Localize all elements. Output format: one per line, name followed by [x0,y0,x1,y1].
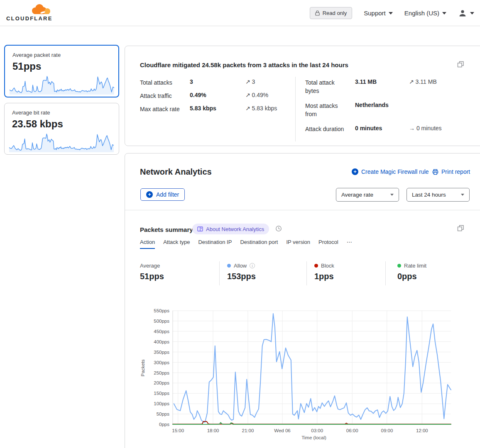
stat-label: Max attack rate [140,105,180,113]
legend-item-average: Average [140,263,160,269]
read-only-label: Read only [323,10,347,16]
cloudflare-dashboard: CLOUDFLARE Read only Support English (US… [0,0,480,448]
svg-text:400pps: 400pps [154,339,169,344]
stat-trend: ↗ 3.11 MB [409,78,437,85]
legend-label: Average [140,263,160,269]
divider [219,261,220,285]
chevron-down-icon [390,194,394,196]
chevron-down-icon [442,12,446,15]
cloudflare-logo-text: CLOUDFLARE [6,15,53,22]
metric-type-select[interactable]: Average rate [336,188,399,202]
printer-icon [432,169,438,175]
about-badge-label: About Network Analytics [206,226,264,232]
svg-text:500pps: 500pps [154,319,169,324]
legend-label: Allow [234,263,247,269]
legend-label: Rate limit [404,263,426,269]
tab-ip-version[interactable]: IP version [286,239,310,249]
copy-icon[interactable] [457,225,464,232]
clock-icon[interactable] [275,225,282,232]
block-dot [314,264,318,268]
svg-text:Packets: Packets [140,359,145,376]
stat-value: 3.11 MB [355,78,377,85]
legend-label: Block [321,263,334,269]
svg-text:0pps: 0pps [159,422,169,427]
plus-icon: + [352,168,358,175]
metric-card-label: Average bit rate [12,110,50,116]
legend-item-allow: Allow i [227,263,255,269]
tab-attack-type[interactable]: Attack type [163,239,190,249]
copy-icon[interactable] [457,61,464,68]
stat-trend: ↗ 3 [245,78,255,85]
legend-value-block: 1pps [314,272,334,281]
more-tabs-button[interactable]: ⋯ [347,239,353,249]
metric-select-value: Average rate [341,192,373,198]
legend-value-rate-limit: 0pps [397,272,417,281]
metric-card-value: 23.58 kbps [12,118,63,130]
metric-card-bit-rate[interactable]: Average bit rate 23.58 kbps [4,103,119,155]
tab-destination-port[interactable]: Destination port [240,239,278,249]
stat-trend: ↗ 5.83 kbps [245,105,277,112]
add-filter-button[interactable]: + Add filter [140,188,185,201]
network-analytics-title: Network Analytics [140,167,212,177]
time-range-select[interactable]: Last 24 hours [407,188,470,202]
packet-rate-sparkline [9,74,114,95]
about-network-analytics-badge[interactable]: About Network Analytics [192,224,269,234]
tab-destination-ip[interactable]: Destination IP [198,239,232,249]
svg-text:18:00: 18:00 [207,428,219,433]
rate-limit-dot [397,264,401,268]
stat-value: 0 minutes [355,125,382,131]
support-label: Support [364,10,386,17]
add-filter-label: Add filter [156,191,179,198]
svg-text:09:00: 09:00 [381,428,393,433]
dimension-tabs: Action Attack type Destination IP Destin… [140,239,353,249]
svg-text:Wed 06: Wed 06 [274,428,290,433]
metric-card-value: 51pps [12,61,41,72]
language-menu[interactable]: English (US) [404,10,446,17]
lock-icon [315,10,320,16]
divider [306,261,307,285]
time-range-value: Last 24 hours [412,192,446,198]
metric-card-packet-rate[interactable]: Average packet rate 51pps [4,45,119,97]
svg-text:350pps: 350pps [154,350,169,355]
stat-trend: ↗ 0.49% [245,92,268,98]
print-report-label: Print report [441,168,470,175]
attack-summary-title: Cloudflare mitigated 24.58k packets from… [140,61,348,68]
chevron-down-icon [389,12,393,15]
svg-text:300pps: 300pps [154,360,169,365]
svg-text:Time (local): Time (local) [301,435,326,440]
svg-text:15:00: 15:00 [172,428,184,433]
svg-text:100pps: 100pps [154,401,169,406]
svg-text:450pps: 450pps [154,329,169,334]
plus-icon: + [146,191,153,198]
stat-label: Total attack bytes [305,78,349,95]
user-icon [458,9,467,18]
packets-chart: 0pps50pps100pps150pps200pps250pps300pps3… [137,305,480,444]
header-right-cluster: Read only Support English (US) [310,0,474,26]
cloudflare-logo-icon [29,3,51,15]
language-label: English (US) [404,10,439,17]
divider [385,261,386,285]
support-menu[interactable]: Support [364,10,393,17]
svg-text:200pps: 200pps [154,380,169,385]
svg-text:21:00: 21:00 [242,428,254,433]
print-report-link[interactable]: Print report [432,168,470,175]
divider [295,77,296,141]
stat-label: Most attacks from [305,102,349,118]
stat-label: Attack duration [305,125,355,133]
packets-summary-title: Packets summary [140,226,193,233]
stat-label: Attack traffic [140,92,172,100]
legend-item-rate-limit: Rate limit [397,263,426,269]
allow-dot [227,264,231,268]
stat-value: 0.49% [190,92,206,98]
svg-text:550pps: 550pps [154,308,169,313]
chevron-down-icon [470,12,474,15]
top-header: CLOUDFLARE Read only Support English (US… [0,0,480,26]
user-menu[interactable] [458,9,474,18]
info-icon[interactable]: i [250,263,255,268]
read-only-badge: Read only [310,7,353,19]
tab-action[interactable]: Action [140,239,155,249]
chevron-down-icon [461,194,464,196]
tab-protocol[interactable]: Protocol [318,239,338,249]
create-magic-firewall-rule-link[interactable]: + Create Magic Firewall rule [352,168,429,175]
stat-value: 3 [190,78,193,85]
